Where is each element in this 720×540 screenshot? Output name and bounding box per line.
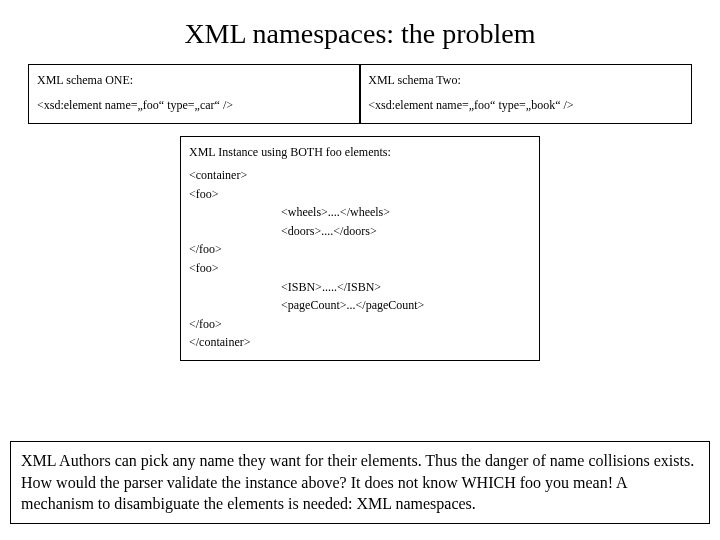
explanation-note: XML Authors can pick any name they want … <box>10 441 710 524</box>
instance-box: XML Instance using BOTH foo elements: <c… <box>180 136 540 361</box>
schema-two-box: XML schema Two: <xsd:element name=„foo“ … <box>359 64 692 124</box>
page-title: XML namespaces: the problem <box>0 0 720 64</box>
code-line: </foo> <box>189 240 531 259</box>
schema-one-decl: <xsd:element name=„foo“ type=„car“ /> <box>37 96 352 115</box>
code-line: <foo> <box>189 259 531 278</box>
schema-row: XML schema ONE: <xsd:element name=„foo“ … <box>0 64 720 124</box>
instance-header: XML Instance using BOTH foo elements: <box>189 143 531 162</box>
code-line: </foo> <box>189 315 531 334</box>
code-line: <foo> <box>189 185 531 204</box>
code-line: <container> <box>189 166 531 185</box>
code-line: <doors>....</doors> <box>189 222 531 241</box>
code-line: <pageCount>...</pageCount> <box>189 296 531 315</box>
schema-two-decl: <xsd:element name=„foo“ type=„book“ /> <box>368 96 683 115</box>
code-line: </container> <box>189 333 531 352</box>
schema-one-label: XML schema ONE: <box>37 71 352 90</box>
schema-two-label: XML schema Two: <box>368 71 683 90</box>
schema-one-box: XML schema ONE: <xsd:element name=„foo“ … <box>28 64 361 124</box>
code-line: <ISBN>.....</ISBN> <box>189 278 531 297</box>
code-line: <wheels>....</wheels> <box>189 203 531 222</box>
